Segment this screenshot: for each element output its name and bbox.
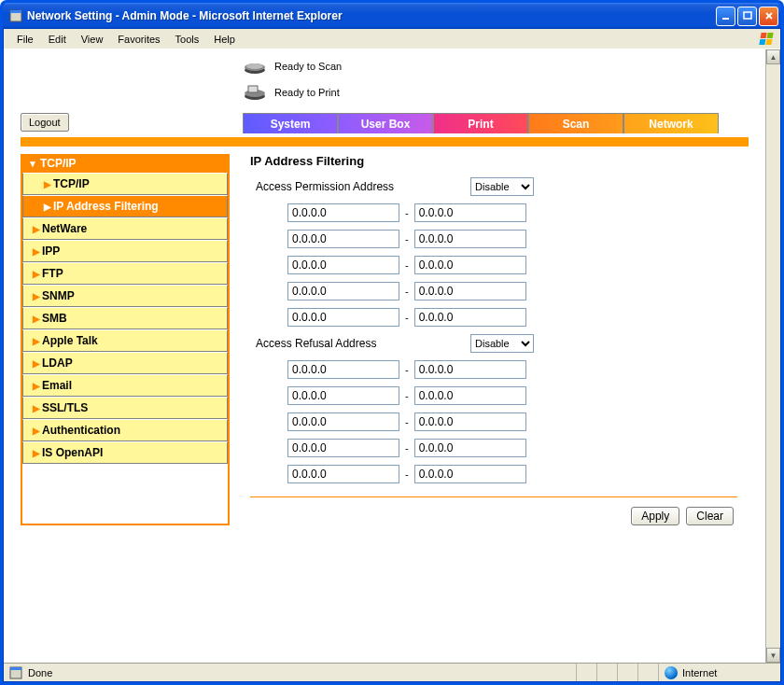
dash: - <box>405 364 409 375</box>
windows-flag-icon <box>758 31 777 48</box>
sidebar-item-ssl[interactable]: ▶SSL/TLS <box>22 397 228 419</box>
ie-app-icon <box>8 8 23 23</box>
arrow-icon: ▶ <box>33 426 40 436</box>
clear-button[interactable]: Clear <box>686 507 734 525</box>
title-bar[interactable]: Network Setting - Admin Mode - Microsoft… <box>3 3 781 29</box>
device-status: Ready to Scan Ready to Print <box>243 57 749 102</box>
page-heading: IP Address Filtering <box>250 154 737 168</box>
sidebar-item-ftp[interactable]: ▶FTP <box>22 262 228 285</box>
scanner-icon <box>243 58 267 75</box>
dash: - <box>405 207 409 218</box>
main-content: IP Address Filtering Access Permission A… <box>230 154 749 525</box>
sidebar-item-ldap[interactable]: ▶LDAP <box>22 352 228 374</box>
arrow-icon: ▶ <box>33 224 40 234</box>
dash: - <box>405 286 409 297</box>
refu-ip-to-4[interactable] <box>414 439 526 457</box>
arrow-icon: ▶ <box>44 179 51 189</box>
perm-ip-from-2[interactable] <box>287 230 399 248</box>
svg-rect-3 <box>744 12 751 19</box>
permission-select[interactable]: Disable <box>470 177 534 196</box>
refu-ip-from-3[interactable] <box>287 412 399 431</box>
window-frame: Network Setting - Admin Mode - Microsoft… <box>0 0 784 685</box>
window-title: Network Setting - Admin Mode - Microsoft… <box>27 9 716 22</box>
dash: - <box>405 390 409 401</box>
refu-ip-from-2[interactable] <box>287 386 399 405</box>
sidebar-nav: ▼TCP/IP ▶TCP/IP ▶IP Address Filtering ▶N… <box>21 154 230 525</box>
refu-ip-to-1[interactable] <box>414 360 526 379</box>
scroll-up-icon[interactable]: ▲ <box>766 49 780 64</box>
dash: - <box>405 468 409 480</box>
arrow-icon: ▶ <box>33 246 40 257</box>
perm-ip-to-2[interactable] <box>414 230 526 248</box>
perm-ip-from-3[interactable] <box>287 256 399 274</box>
maximize-button[interactable] <box>737 7 757 26</box>
scroll-down-icon[interactable]: ▼ <box>766 648 780 663</box>
svg-rect-1 <box>10 10 21 13</box>
svg-rect-13 <box>248 86 258 92</box>
tab-network[interactable]: Network <box>623 113 719 133</box>
dash: - <box>405 233 409 245</box>
refu-ip-from-5[interactable] <box>287 465 399 483</box>
form-divider <box>250 496 737 497</box>
svg-point-10 <box>246 63 263 69</box>
sidebar-item-smb[interactable]: ▶SMB <box>22 307 228 329</box>
arrow-icon: ▶ <box>33 269 40 279</box>
scan-status-text: Ready to Scan <box>274 61 342 72</box>
sidebar-item-ip-filtering[interactable]: ▶IP Address Filtering <box>22 195 228 217</box>
svg-rect-6 <box>759 39 765 45</box>
perm-ip-to-4[interactable] <box>414 282 526 301</box>
globe-icon <box>665 666 678 679</box>
status-text: Done <box>28 667 52 678</box>
sidebar-item-tcpip[interactable]: ▶TCP/IP <box>22 173 228 195</box>
sidebar-item-authentication[interactable]: ▶Authentication <box>22 419 228 441</box>
arrow-icon: ▶ <box>33 381 40 391</box>
print-status-text: Ready to Print <box>274 87 340 98</box>
menu-view[interactable]: View <box>74 32 111 47</box>
svg-rect-2 <box>722 18 729 20</box>
sidebar-item-appletalk[interactable]: ▶Apple Talk <box>22 329 228 352</box>
menu-favorites[interactable]: Favorites <box>110 32 167 47</box>
refu-ip-to-2[interactable] <box>414 386 526 405</box>
perm-ip-to-3[interactable] <box>414 256 526 274</box>
ie-client-area: File Edit View Favorites Tools Help <box>3 29 781 682</box>
perm-ip-to-5[interactable] <box>414 308 526 327</box>
svg-rect-15 <box>10 667 21 670</box>
sidebar-item-email[interactable]: ▶Email <box>22 374 228 397</box>
vertical-scrollbar[interactable]: ▲ ▼ <box>765 49 780 663</box>
printer-icon <box>243 84 267 101</box>
menu-edit[interactable]: Edit <box>41 32 74 47</box>
perm-ip-from-5[interactable] <box>287 308 399 327</box>
apply-button[interactable]: Apply <box>631 507 679 525</box>
tab-userbox[interactable]: User Box <box>338 113 433 133</box>
refu-ip-from-1[interactable] <box>287 360 399 379</box>
status-bar: Done Internet <box>4 663 780 681</box>
menu-tools[interactable]: Tools <box>168 32 207 47</box>
refu-ip-from-4[interactable] <box>287 439 399 457</box>
refu-ip-to-5[interactable] <box>414 465 526 483</box>
refusal-select[interactable]: Disable <box>470 334 534 353</box>
menu-help[interactable]: Help <box>206 32 243 47</box>
tab-print[interactable]: Print <box>433 113 528 133</box>
refu-ip-to-3[interactable] <box>414 412 526 431</box>
minimize-button[interactable] <box>716 7 735 26</box>
arrow-icon: ▶ <box>33 448 40 458</box>
menu-file[interactable]: File <box>9 32 41 47</box>
perm-ip-from-1[interactable] <box>287 203 399 222</box>
close-button[interactable] <box>759 7 778 26</box>
chevron-down-icon: ▼ <box>28 159 37 169</box>
menubar: File Edit View Favorites Tools Help <box>4 29 780 49</box>
logout-button[interactable]: Logout <box>21 113 69 132</box>
sidebar-item-is-openapi[interactable]: ▶IS OpenAPI <box>22 441 228 464</box>
sidebar-item-ipp[interactable]: ▶IPP <box>22 240 228 262</box>
tab-system[interactable]: System <box>243 113 338 133</box>
arrow-icon: ▶ <box>33 336 40 346</box>
sidebar-item-netware[interactable]: ▶NetWare <box>22 217 228 240</box>
perm-ip-to-1[interactable] <box>414 203 526 222</box>
arrow-icon: ▶ <box>33 314 40 324</box>
zone-text: Internet <box>682 667 717 678</box>
tab-scan[interactable]: Scan <box>528 113 623 133</box>
sidebar-header[interactable]: ▼TCP/IP <box>22 154 228 173</box>
perm-ip-from-4[interactable] <box>287 282 399 301</box>
arrow-icon: ▶ <box>33 291 40 301</box>
sidebar-item-snmp[interactable]: ▶SNMP <box>22 285 228 307</box>
